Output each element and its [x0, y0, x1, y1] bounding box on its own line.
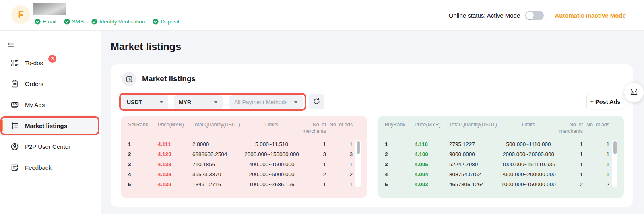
cell-rank: 1 — [128, 141, 158, 147]
sorted-list-icon — [10, 121, 19, 130]
todos-count-badge: 3 — [48, 55, 56, 63]
top-header: F Email SMS Identity Verification Deposi… — [0, 0, 644, 31]
cell-merchants: 1 — [557, 171, 583, 177]
siren-icon — [629, 88, 639, 97]
todo-list-icon — [10, 59, 19, 67]
chevron-down-icon — [294, 101, 298, 103]
cell-ads: 2 — [583, 181, 609, 187]
cell-price: 4.110 — [415, 141, 449, 147]
cell-limits: 1000.000~191110.935 — [500, 161, 557, 167]
online-status-cluster: Online status: Active Mode Automatic Ina… — [449, 0, 626, 31]
ad-icon: AD — [10, 101, 19, 109]
cell-rank: 5 — [128, 181, 158, 187]
column-header: Price(MYR) — [415, 121, 449, 128]
cell-rank: 5 — [385, 181, 415, 187]
column-header: BuyRank — [385, 121, 415, 128]
user-circle-icon — [10, 142, 19, 151]
asset-select[interactable]: USDT — [122, 95, 168, 109]
cell-ads: 1 — [326, 141, 353, 147]
chevron-down-icon — [159, 101, 163, 103]
toggle-knob — [526, 12, 534, 19]
cell-quantity: 13491.2716 — [192, 181, 243, 187]
cell-limits: 2000.000~200000.000 — [500, 171, 557, 177]
cell-quantity: 2795.1227 — [449, 141, 500, 147]
refresh-button[interactable] — [309, 94, 324, 109]
cell-merchants: 2 — [300, 171, 326, 177]
sell-table-body: 1 4.111 2.8000 5.000~11.510 1 1 2 4.120 … — [128, 139, 353, 189]
scrollbar-thumb[interactable] — [613, 141, 617, 154]
cell-ads: 1 — [326, 181, 353, 187]
automatic-inactive-mode-link[interactable]: Automatic Inactive Mode — [555, 12, 626, 19]
page-title: Market listings — [111, 41, 181, 53]
column-header: No. of ads — [326, 121, 353, 128]
column-header: Limits — [500, 121, 557, 128]
sidebar-item-todos[interactable]: To-dos 3 — [0, 52, 99, 73]
table-row: 5 4.139 13491.2716 100.000~7686.156 1 1 — [128, 179, 353, 189]
sidebar-item-my-ads[interactable]: AD My Ads — [0, 94, 99, 115]
buy-table-header-row: BuyRank Price(MYR) Total Quantity(USDT) … — [385, 121, 610, 139]
sidebar-item-label: To-dos — [25, 60, 43, 66]
verification-badges: Email SMS Identity Verification Deposit — [35, 19, 179, 25]
cell-price: 4.138 — [158, 171, 192, 177]
app-root: F Email SMS Identity Verification Deposi… — [0, 0, 644, 214]
cell-limits: 500.000~1110.000 — [500, 141, 557, 147]
badge-sms: SMS — [64, 19, 84, 25]
sidebar-item-label: Orders — [25, 80, 43, 87]
check-circle-icon — [91, 19, 97, 25]
fiat-select[interactable]: MYR — [174, 95, 223, 109]
column-header: No. of merchants — [300, 121, 326, 135]
sidebar-nav: To-dos 3 Orders AD My Ads Market list — [0, 52, 99, 178]
cell-quantity: 52242.7980 — [449, 161, 500, 167]
cell-ads: 2 — [326, 171, 353, 177]
cell-rank: 2 — [128, 151, 158, 157]
alert-siren-button[interactable] — [624, 83, 644, 102]
column-header: Price(MYR) — [158, 121, 192, 128]
clipboard-icon — [10, 80, 19, 88]
cell-rank: 2 — [385, 151, 415, 157]
cell-limits: 200.000~5000.000 — [243, 171, 300, 177]
cell-ads: 1 — [583, 171, 609, 177]
online-status-label: Online status: Active Mode — [449, 12, 520, 19]
cell-quantity: 9000.0000 — [449, 151, 500, 157]
sell-table-scrollbar[interactable] — [355, 140, 361, 187]
cell-merchants: 1 — [300, 161, 326, 167]
check-circle-icon — [35, 19, 41, 25]
sidebar-item-orders[interactable]: Orders — [0, 73, 99, 94]
cell-quantity: 6888600.2504 — [192, 151, 243, 157]
column-header: SellRank — [128, 121, 158, 128]
online-status-toggle[interactable] — [525, 11, 544, 20]
cell-merchants: 1 — [300, 181, 326, 187]
badge-deposit: Deposit — [153, 19, 179, 25]
sidebar-item-market-listings[interactable]: Market listings — [0, 115, 99, 136]
buy-table-scrollbar[interactable] — [612, 140, 617, 187]
cell-price: 4.094 — [415, 171, 449, 177]
divider — [549, 12, 549, 19]
payment-method-select[interactable]: All Payment Methods — [229, 95, 303, 109]
cell-quantity: 4657306.1264 — [449, 181, 500, 187]
post-ads-button[interactable]: + Post Ads — [586, 94, 624, 109]
redacted-username — [33, 3, 66, 15]
table-row: 1 4.110 2795.1227 500.000~1110.000 1 1 — [385, 139, 610, 149]
collapse-sidebar-icon[interactable] — [6, 41, 15, 49]
cell-merchants: 2 — [557, 181, 583, 187]
cell-price: 4.139 — [158, 181, 192, 187]
payment-select-placeholder: All Payment Methods — [234, 99, 287, 105]
cell-price: 4.111 — [158, 141, 192, 147]
column-header: No. of merchants — [557, 121, 583, 135]
cell-ads: 1 — [583, 161, 609, 167]
asset-select-value: USDT — [127, 99, 142, 105]
sidebar-item-feedback[interactable]: Feedback — [0, 157, 99, 178]
table-row: 1 4.111 2.8000 5.000~11.510 1 1 — [128, 139, 353, 149]
chevron-down-icon — [214, 101, 218, 103]
cell-rank: 4 — [385, 171, 415, 177]
badge-label: Identity Verification — [99, 19, 145, 25]
check-circle-icon — [64, 19, 70, 25]
fiat-select-value: MYR — [179, 99, 191, 105]
avatar[interactable]: F — [11, 5, 30, 24]
cell-ads: 3 — [326, 151, 353, 157]
cell-quantity: 35523.3870 — [192, 171, 243, 177]
sidebar-item-p2p-user-center[interactable]: P2P User Center — [0, 136, 99, 157]
scrollbar-thumb[interactable] — [357, 141, 360, 154]
svg-text:AD: AD — [12, 103, 17, 106]
cell-quantity: 2.8000 — [192, 141, 243, 147]
